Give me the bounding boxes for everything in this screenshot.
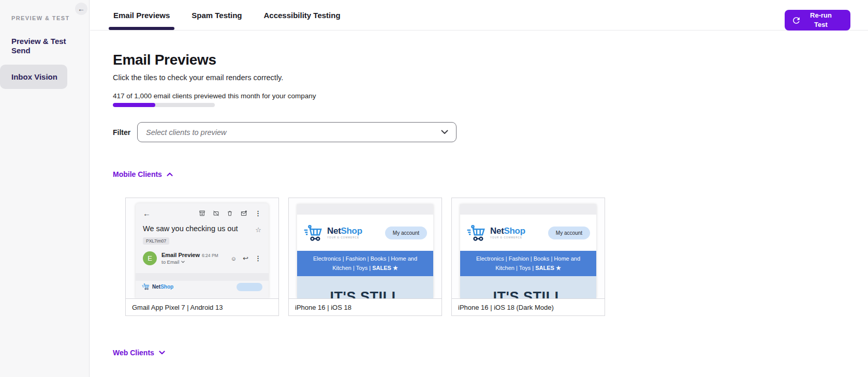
netshop-header: NetShop YOUR E-COMMERCE My account: [297, 215, 433, 251]
tab-label: Email Previews: [113, 11, 170, 20]
sender-meta: Email Preview6:24 PM to Email: [161, 252, 218, 265]
netshop-hero-band: IT'S STILL: [297, 276, 433, 298]
email-render-frame: NetShop YOUR E-COMMERCE My account Elect…: [460, 204, 596, 298]
app-window: ← PREVIEW & TEST Preview & Test Send Inb…: [0, 0, 868, 377]
sidebar-item-label: Inbox Vision: [11, 72, 57, 82]
rerun-test-label: Re-run Test: [806, 11, 836, 29]
more-options-icon: ⋮: [255, 209, 261, 217]
filter-label: Filter: [113, 128, 137, 137]
filter-placeholder: Select clients to preview: [146, 128, 227, 137]
preview-tile-iphone16[interactable]: NetShop YOUR E-COMMERCE My account Elect…: [288, 198, 442, 316]
section-web-clients[interactable]: Web Clients: [113, 349, 868, 357]
email-time: 6:24 PM: [202, 253, 218, 258]
email-body-separator: [136, 273, 269, 281]
hero-headline-clipped: IT'S STILL: [297, 290, 433, 298]
back-arrow-icon: ←: [143, 209, 151, 218]
gmail-app-frame: ← ⋮ We saw you checking us: [136, 203, 269, 298]
my-account-button: My account: [548, 227, 590, 239]
my-account-button: My account: [385, 227, 427, 239]
sidebar-section-label: PREVIEW & TEST: [11, 15, 70, 21]
tile-caption: iPhone 16 | iOS 18 (Dark Mode): [452, 298, 605, 315]
gmail-message-actions: ☺ ↩ ⋮: [231, 254, 261, 262]
sidebar-item-label: Preview & Test Send: [11, 37, 66, 55]
avatar: E: [143, 251, 157, 265]
gmail-sender-row: E Email Preview6:24 PM to Email ☺: [136, 245, 269, 265]
section-label: Mobile Clients: [113, 170, 162, 178]
sender-name: Email Preview6:24 PM: [161, 252, 218, 258]
iphone-preview-screenshot: NetShop YOUR E-COMMERCE My account Elect…: [289, 198, 442, 298]
iphone-dark-preview-screenshot: NetShop YOUR E-COMMERCE My account Elect…: [452, 198, 605, 298]
my-account-pill-partial: [237, 283, 262, 291]
preview-tile-gmail-pixel7[interactable]: ← ⋮ We saw you checking us: [125, 198, 279, 316]
usage-progress-track: [113, 103, 215, 107]
mark-unread-icon: [240, 210, 247, 217]
chevron-down-icon: [181, 261, 185, 263]
recipient-line: to Email: [161, 259, 218, 265]
netshop-nav-bar: Electronics | Fashion | Books | Home and…: [297, 251, 433, 276]
tab-label: Spam Testing: [192, 11, 242, 20]
gmail-toolbar: ← ⋮: [136, 203, 269, 218]
rerun-test-button[interactable]: Re-run Test: [785, 10, 850, 31]
client-filter-select[interactable]: Select clients to preview: [137, 122, 457, 142]
emoji-reaction-icon: ☺: [231, 255, 237, 262]
sales-link: SALES ★: [372, 265, 398, 271]
tile-caption: Gmail App Pixel 7 | Android 13: [126, 298, 278, 315]
tab-spam-testing[interactable]: Spam Testing: [187, 0, 246, 30]
page-subtitle: Click the tiles to check your email rend…: [113, 73, 868, 82]
email-subject: We saw you checking us out: [143, 224, 238, 233]
page-title: Email Previews: [113, 52, 868, 68]
netshop-nav-bar: Electronics | Fashion | Books | Home and…: [460, 251, 596, 276]
more-options-icon: ⋮: [255, 254, 261, 262]
archive-icon: [199, 210, 205, 217]
chevron-up-icon: [167, 172, 173, 176]
content: Email Previews Click the tiles to check …: [90, 52, 868, 377]
gmail-preview-screenshot: ← ⋮ We saw you checking us: [126, 198, 278, 298]
sidebar-item-preview-test-send[interactable]: Preview & Test Send: [0, 37, 67, 55]
sales-link: SALES ★: [535, 265, 561, 271]
gmail-toolbar-icons: ⋮: [199, 209, 261, 217]
back-arrow-icon: ←: [78, 5, 85, 13]
sidebar-collapse-button[interactable]: ←: [75, 3, 87, 15]
tab-accessibility-testing[interactable]: Accessibility Testing: [259, 0, 345, 30]
report-spam-icon: [213, 210, 219, 217]
tab-email-previews[interactable]: Email Previews: [109, 0, 174, 30]
netshop-tagline: YOUR E-COMMERCE: [327, 237, 362, 239]
tab-bar: Email Previews Spam Testing Accessibilit…: [90, 0, 868, 31]
section-label: Web Clients: [113, 349, 154, 357]
reply-icon: ↩: [243, 254, 248, 262]
email-render-frame: NetShop YOUR E-COMMERCE My account Elect…: [297, 204, 433, 298]
netshop-tagline: YOUR E-COMMERCE: [490, 237, 525, 239]
sidebar-item-inbox-vision[interactable]: Inbox Vision: [0, 65, 67, 89]
netshop-cart-icon: [303, 224, 324, 242]
netshop-cart-icon: [142, 283, 150, 290]
section-application-clients[interactable]: Application Clients: [113, 361, 868, 377]
filter-row: Filter Select clients to preview: [113, 122, 868, 142]
device-chip: PXL7im07: [143, 237, 169, 245]
star-icon: ☆: [255, 224, 261, 234]
netshop-wordmark: NetShop YOUR E-COMMERCE: [490, 227, 525, 239]
refresh-icon: [791, 16, 801, 25]
netshop-cart-icon: [466, 224, 487, 242]
preview-tiles-row: ← ⋮ We saw you checking us: [125, 198, 868, 316]
usage-text: 417 of 1,000 email clients previewed thi…: [113, 92, 868, 100]
hero-headline-clipped: IT'S STILL: [460, 290, 596, 298]
netshop-logo: NetShop YOUR E-COMMERCE: [303, 224, 362, 242]
netshop-wordmark: NetShop: [152, 284, 173, 290]
chevron-down-icon: [441, 130, 448, 134]
tile-caption: iPhone 16 | iOS 18: [289, 298, 442, 315]
netshop-logo: NetShop YOUR E-COMMERCE: [466, 224, 525, 242]
netshop-hero-band: IT'S STILL: [460, 276, 596, 298]
netshop-wordmark: NetShop YOUR E-COMMERCE: [327, 227, 362, 239]
section-mobile-clients[interactable]: Mobile Clients: [113, 170, 868, 178]
chevron-down-icon: [159, 351, 165, 355]
main-area: Email Previews Spam Testing Accessibilit…: [90, 0, 868, 377]
usage-progress-fill: [113, 103, 155, 107]
email-body-partial: NetShop: [136, 281, 269, 291]
tab-label: Accessibility Testing: [263, 11, 340, 20]
sidebar: ← PREVIEW & TEST Preview & Test Send Inb…: [0, 0, 90, 377]
netshop-header: NetShop YOUR E-COMMERCE My account: [460, 215, 596, 251]
gmail-subject-row: We saw you checking us out ☆: [136, 218, 269, 234]
preview-tile-iphone16-dark[interactable]: NetShop YOUR E-COMMERCE My account Elect…: [451, 198, 605, 316]
delete-icon: [227, 210, 233, 217]
